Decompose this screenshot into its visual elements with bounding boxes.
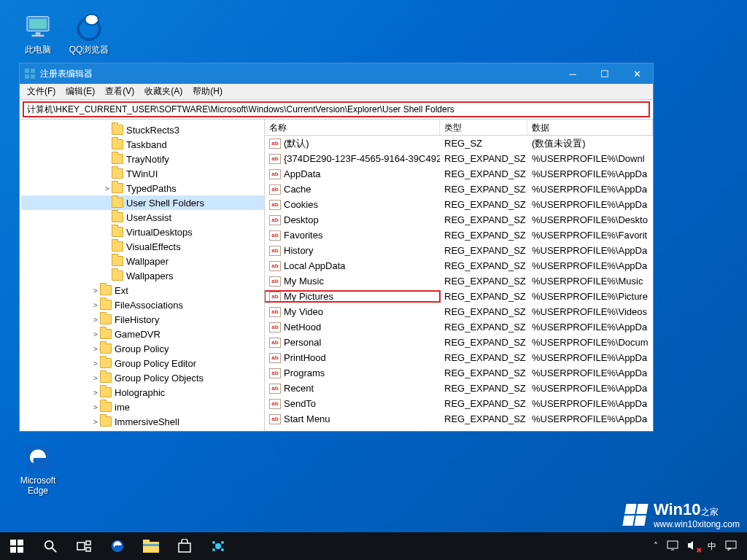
titlebar[interactable]: 注册表编辑器 ─ ☐ ✕ — [20, 63, 653, 84]
folder-icon — [112, 256, 123, 266]
tree-item[interactable]: VisualEffects — [21, 239, 264, 254]
value-row[interactable]: abCookiesREG_EXPAND_SZ%USERPROFILE%\AppD… — [265, 197, 653, 212]
expand-sz-value-icon: ab — [269, 292, 281, 302]
expand-icon[interactable]: > — [91, 418, 100, 426]
value-row[interactable]: abCacheREG_EXPAND_SZ%USERPROFILE%\AppDa — [265, 182, 653, 197]
col-name[interactable]: 名称 — [265, 120, 440, 135]
start-button[interactable] — [0, 532, 34, 560]
minimize-button[interactable]: ─ — [557, 63, 589, 84]
expand-icon[interactable]: > — [103, 184, 112, 192]
col-data[interactable]: 数据 — [527, 120, 653, 135]
expand-icon[interactable]: > — [91, 359, 100, 368]
tree-item[interactable]: >GameDVR — [21, 327, 264, 341]
value-row[interactable]: abNetHoodREG_EXPAND_SZ%USERPROFILE%\AppD… — [265, 319, 653, 335]
tray-chevron-icon[interactable]: ˄ — [654, 541, 658, 551]
value-row[interactable]: abMy PicturesREG_EXPAND_SZ%USERPROFILE%\… — [265, 289, 653, 304]
search-button[interactable] — [34, 532, 67, 560]
col-type[interactable]: 类型 — [440, 120, 527, 135]
close-button[interactable]: ✕ — [621, 63, 653, 84]
tree-item[interactable]: TWinUI — [21, 166, 264, 181]
menu-favorites[interactable]: 收藏夹(A) — [140, 84, 187, 99]
registry-tree[interactable]: StuckRects3TaskbandTrayNotifyTWinUI>Type… — [20, 120, 265, 431]
svg-line-15 — [53, 548, 56, 552]
tree-item[interactable]: >TypedPaths — [21, 181, 264, 195]
taskbar-edge[interactable] — [101, 532, 134, 560]
tree-item[interactable]: >ImmersiveShell — [21, 414, 264, 429]
tray-ime-icon[interactable]: 中 — [708, 540, 716, 553]
value-row[interactable]: abMy MusicREG_EXPAND_SZ%USERPROFILE%\Mus… — [265, 273, 653, 289]
value-name: NetHood — [284, 322, 321, 332]
task-view-button[interactable] — [67, 532, 101, 560]
tray-notifications-icon[interactable] — [725, 540, 737, 553]
menu-edit[interactable]: 编辑(E) — [61, 84, 99, 99]
tree-label: Group Policy — [115, 343, 169, 354]
icon-label: Microsoft Edge — [16, 475, 60, 496]
value-row[interactable]: abProgramsREG_EXPAND_SZ%USERPROFILE%\App… — [265, 365, 653, 381]
value-data: %USERPROFILE%\AppDa — [527, 383, 653, 394]
expand-icon[interactable]: > — [91, 403, 100, 411]
tree-item[interactable]: >FileAssociations — [21, 298, 264, 312]
menu-file[interactable]: 文件(F) — [23, 84, 60, 99]
tree-item[interactable]: UserAssist — [21, 210, 264, 225]
value-row[interactable]: abStart MenuREG_EXPAND_SZ%USERPROFILE%\A… — [265, 411, 653, 427]
tree-item[interactable]: >FileHistory — [21, 312, 264, 327]
value-data: %USERPROFILE%\AppDa — [527, 368, 653, 378]
menu-help[interactable]: 帮助(H) — [188, 84, 227, 99]
expand-sz-value-icon: ab — [269, 276, 281, 287]
tree-item[interactable]: >Holographic — [21, 385, 264, 400]
tree-item[interactable]: VirtualDesktops — [21, 225, 264, 239]
value-row[interactable]: abLocal AppDataREG_EXPAND_SZ%USERPROFILE… — [265, 258, 653, 273]
value-row[interactable]: abPersonalREG_EXPAND_SZ%USERPROFILE%\Doc… — [265, 335, 653, 350]
tree-item[interactable]: TrayNotify — [21, 152, 264, 166]
value-data: %USERPROFILE%\Videos — [527, 306, 653, 317]
taskbar-store[interactable] — [168, 532, 201, 560]
value-row[interactable]: abAppDataREG_EXPAND_SZ%USERPROFILE%\AppD… — [265, 166, 653, 182]
value-type: REG_EXPAND_SZ — [440, 230, 527, 241]
tree-item[interactable]: Taskband — [21, 137, 264, 152]
value-type: REG_EXPAND_SZ — [440, 168, 527, 179]
value-row[interactable]: abMy VideoREG_EXPAND_SZ%USERPROFILE%\Vid… — [265, 304, 653, 319]
desktop-icon-this-pc[interactable]: 此电脑 — [16, 10, 60, 56]
tree-item[interactable]: >Group Policy — [21, 341, 264, 356]
expand-icon[interactable]: > — [91, 330, 100, 338]
maximize-button[interactable]: ☐ — [589, 63, 621, 84]
tree-item[interactable]: >ime — [21, 400, 264, 414]
system-tray[interactable]: ˄ ✖ 中 — [654, 540, 747, 553]
value-row[interactable]: abDesktopREG_EXPAND_SZ%USERPROFILE%\Desk… — [265, 212, 653, 228]
expand-icon[interactable]: > — [91, 389, 100, 397]
value-row[interactable]: abPrintHoodREG_EXPAND_SZ%USERPROFILE%\Ap… — [265, 350, 653, 365]
menu-view[interactable]: 查看(V) — [101, 84, 139, 99]
value-data: %USERPROFILE%\AppDa — [527, 322, 653, 332]
expand-icon[interactable]: > — [91, 374, 100, 382]
expand-icon[interactable]: > — [91, 287, 100, 295]
expand-icon[interactable]: > — [91, 316, 100, 324]
tray-volume-icon[interactable]: ✖ — [687, 540, 699, 553]
tree-item[interactable]: >Group Policy Editor — [21, 356, 264, 370]
desktop: 此电脑 QQ浏览器 Microsoft Edge Win10之家 www.win… — [0, 0, 747, 560]
watermark-brand: Win10 — [654, 500, 701, 518]
value-type: REG_EXPAND_SZ — [440, 337, 527, 348]
tree-item[interactable]: Wallpaper — [21, 254, 264, 268]
value-row[interactable]: ab{374DE290-123F-4565-9164-39C4925...REG… — [265, 151, 653, 166]
expand-icon[interactable]: > — [91, 301, 100, 309]
taskbar-app[interactable] — [201, 532, 235, 560]
address-bar[interactable]: 计算机\HKEY_CURRENT_USER\SOFTWARE\Microsoft… — [23, 101, 650, 117]
value-row[interactable]: abSendToREG_EXPAND_SZ%USERPROFILE%\AppDa — [265, 396, 653, 411]
tree-item[interactable]: StuckRects3 — [21, 122, 264, 137]
expand-icon[interactable]: > — [91, 345, 100, 353]
tray-network-icon[interactable] — [667, 540, 678, 553]
value-row[interactable]: abHistoryREG_EXPAND_SZ%USERPROFILE%\AppD… — [265, 243, 653, 258]
value-row[interactable]: abRecentREG_EXPAND_SZ%USERPROFILE%\AppDa — [265, 381, 653, 396]
desktop-icon-qq-browser[interactable]: QQ浏览器 — [67, 10, 111, 56]
tree-item[interactable]: User Shell Folders — [21, 195, 264, 210]
tree-item[interactable]: >Ext — [21, 283, 264, 298]
tree-item[interactable]: >Group Policy Objects — [21, 370, 264, 385]
taskbar-explorer[interactable] — [134, 532, 168, 560]
tree-item[interactable]: Wallpapers — [21, 268, 264, 283]
value-row[interactable]: ab(默认)REG_SZ(数值未设置) — [265, 136, 653, 151]
value-row[interactable]: abFavoritesREG_EXPAND_SZ%USERPROFILE%\Fa… — [265, 228, 653, 243]
registry-values-list[interactable]: 名称 类型 数据 ab(默认)REG_SZ(数值未设置)ab{374DE290-… — [265, 120, 653, 431]
registry-editor-window: 注册表编辑器 ─ ☐ ✕ 文件(F) 编辑(E) 查看(V) 收藏夹(A) 帮助… — [19, 63, 654, 432]
desktop-icon-edge[interactable]: Microsoft Edge — [16, 442, 60, 496]
value-name: Cache — [284, 184, 311, 195]
